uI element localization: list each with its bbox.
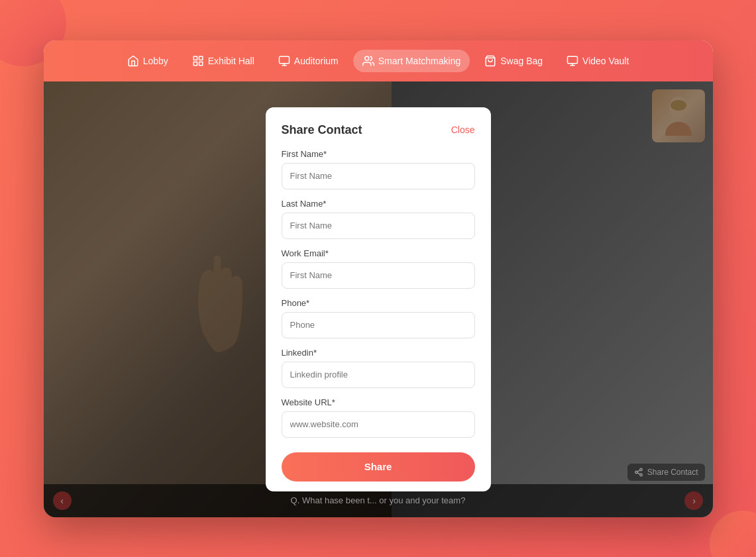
main-content: Share Contact ‹ Q. What hase been t... o… — [44, 81, 713, 517]
input-last-name[interactable] — [282, 213, 475, 239]
modal-overlay: Share Contact Close First Name* Last Nam… — [44, 81, 713, 517]
label-phone: Phone* — [282, 298, 475, 308]
form-group-last-name: Last Name* — [282, 199, 475, 239]
nav-item-swag-bag[interactable]: Swag Bag — [475, 50, 552, 72]
bag-icon — [484, 55, 496, 67]
navbar: Lobby Exhibit Hall Auditorium Smart Matc… — [44, 40, 713, 81]
nav-item-exhibit-hall[interactable]: Exhibit Hall — [183, 50, 264, 72]
modal-header: Share Contact Close — [282, 123, 475, 137]
label-first-name: First Name* — [282, 149, 475, 159]
nav-item-auditorium[interactable]: Auditorium — [269, 50, 348, 72]
input-linkedin[interactable] — [282, 362, 475, 388]
svg-rect-4 — [279, 56, 289, 64]
label-work-email: Work Email* — [282, 248, 475, 258]
nav-label-auditorium: Auditorium — [294, 56, 339, 66]
exhibit-icon — [192, 55, 204, 67]
share-contact-modal: Share Contact Close First Name* Last Nam… — [266, 107, 491, 491]
input-phone[interactable] — [282, 312, 475, 338]
form-group-phone: Phone* — [282, 298, 475, 338]
svg-point-7 — [364, 56, 368, 60]
svg-rect-0 — [193, 56, 197, 60]
nav-item-video-vault[interactable]: Video Vault — [557, 50, 638, 72]
share-submit-button[interactable]: Share — [282, 452, 475, 481]
label-website-url: Website URL* — [282, 397, 475, 407]
svg-rect-9 — [568, 56, 578, 64]
auditorium-icon — [278, 55, 290, 67]
svg-rect-2 — [193, 62, 197, 65]
nav-label-swag-bag: Swag Bag — [500, 56, 543, 66]
label-linkedin: Linkedin* — [282, 348, 475, 358]
label-last-name: Last Name* — [282, 199, 475, 209]
video-icon — [567, 55, 578, 67]
nav-label-smart-matchmaking: Smart Matchmaking — [378, 56, 460, 66]
svg-rect-3 — [199, 62, 202, 65]
input-first-name[interactable] — [282, 163, 475, 189]
device-frame: Lobby Exhibit Hall Auditorium Smart Matc… — [44, 40, 713, 517]
nav-item-lobby[interactable]: Lobby — [118, 50, 178, 72]
form-group-work-email: Work Email* — [282, 248, 475, 289]
nav-label-exhibit-hall: Exhibit Hall — [208, 56, 254, 66]
nav-label-video-vault: Video Vault — [582, 56, 629, 66]
form-group-website-url: Website URL* — [282, 397, 475, 438]
home-icon — [127, 55, 139, 67]
modal-title: Share Contact — [282, 123, 362, 137]
input-website-url[interactable] — [282, 411, 475, 438]
nav-label-lobby: Lobby — [143, 56, 168, 66]
form-group-first-name: First Name* — [282, 149, 475, 189]
input-work-email[interactable] — [282, 262, 475, 289]
form-group-linkedin: Linkedin* — [282, 348, 475, 388]
decorative-blob-bottom-right — [710, 511, 756, 557]
matchmaking-icon — [362, 55, 374, 67]
close-button[interactable]: Close — [451, 125, 475, 135]
svg-rect-1 — [199, 56, 202, 60]
nav-item-smart-matchmaking[interactable]: Smart Matchmaking — [353, 50, 470, 72]
